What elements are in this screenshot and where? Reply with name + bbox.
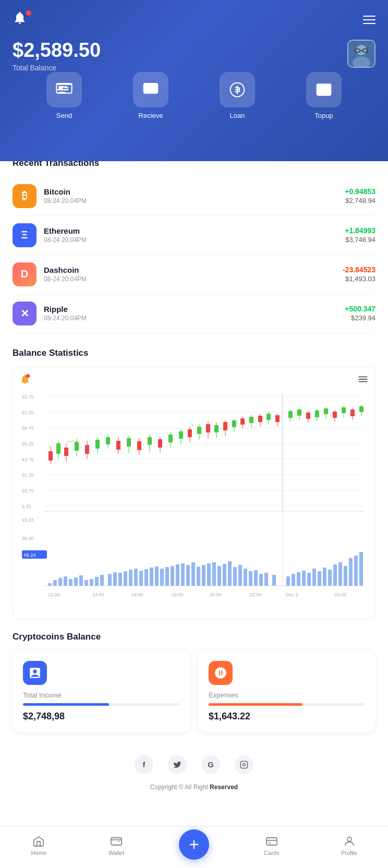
chart-bell-icon[interactable] xyxy=(19,373,31,387)
svg-point-180 xyxy=(347,837,351,841)
bottom-nav: Home Wallet Cards Profile xyxy=(0,826,388,868)
tx-name: Ripple xyxy=(44,305,87,314)
expense-progress-fill xyxy=(209,703,302,706)
svg-rect-34 xyxy=(48,451,53,461)
income-value: $2,748,98 xyxy=(23,711,179,722)
copyright: Copyright © All Right Reserved xyxy=(13,779,375,833)
svg-rect-92 xyxy=(315,411,319,417)
topup-label: Topup xyxy=(314,112,333,119)
svg-rect-112 xyxy=(69,579,72,586)
svg-text:66.24: 66.24 xyxy=(24,552,36,558)
svg-text:68.75: 68.75 xyxy=(22,426,34,431)
menu-icon[interactable] xyxy=(363,16,375,24)
table-row[interactable]: Ξ Ethereum 08-24 20.04PM +1.84993 $3,748… xyxy=(13,216,375,255)
svg-rect-61 xyxy=(179,431,183,439)
table-row[interactable]: ₿ Bitcoin 08-24 20.04PM +0.94853 $2,748.… xyxy=(13,177,375,216)
tx-name: Dashcoin xyxy=(44,266,87,274)
svg-rect-164 xyxy=(354,556,358,586)
topup-icon[interactable] xyxy=(306,72,342,107)
google-icon[interactable]: G xyxy=(201,755,220,774)
svg-rect-149 xyxy=(264,573,268,586)
expense-label: Expenses xyxy=(209,691,365,699)
tx-date: 08-24 20.04PM xyxy=(44,236,87,244)
svg-text:93.75: 93.75 xyxy=(22,394,34,400)
svg-rect-128 xyxy=(155,566,159,586)
header-top xyxy=(13,10,375,29)
send-icon[interactable] xyxy=(46,72,82,107)
svg-rect-126 xyxy=(144,569,148,586)
svg-rect-100 xyxy=(350,409,355,416)
chart-menu-icon[interactable] xyxy=(357,373,369,387)
tx-value: $3,748.94 xyxy=(345,236,375,244)
balance-amount: $2,589.50 xyxy=(13,40,101,62)
receive-icon[interactable] xyxy=(133,72,168,107)
svg-rect-160 xyxy=(333,564,337,586)
table-row[interactable]: ✕ Ripple 08-24 20.04PM +500.347 $239.94 xyxy=(13,294,375,333)
income-icon xyxy=(23,661,47,685)
nav-add-button[interactable] xyxy=(179,829,209,860)
nav-home[interactable]: Home xyxy=(0,827,78,868)
send-label: Send xyxy=(56,112,72,119)
svg-rect-121 xyxy=(118,573,122,586)
svg-text:18:00: 18:00 xyxy=(172,592,184,597)
dashcoin-icon: D xyxy=(13,262,37,286)
notification-bell-icon[interactable] xyxy=(13,10,31,29)
svg-rect-102 xyxy=(359,406,363,412)
svg-text:93.33: 93.33 xyxy=(22,517,34,523)
action-loan[interactable]: Loan xyxy=(220,72,255,119)
svg-rect-145 xyxy=(244,569,247,586)
nav-cards-label: Cards xyxy=(264,850,279,856)
svg-rect-138 xyxy=(207,563,211,586)
svg-rect-116 xyxy=(90,579,93,586)
svg-rect-122 xyxy=(124,571,127,586)
tx-change: +1.84993 xyxy=(345,226,375,235)
svg-rect-36 xyxy=(56,443,60,454)
svg-text:12:00: 12:00 xyxy=(48,592,60,597)
tx-change: +0.94853 xyxy=(345,187,375,196)
action-topup[interactable]: Topup xyxy=(306,72,342,119)
instagram-icon[interactable] xyxy=(235,755,253,774)
loan-icon[interactable] xyxy=(220,72,255,107)
svg-rect-82 xyxy=(266,414,271,420)
svg-rect-139 xyxy=(212,562,216,586)
svg-rect-158 xyxy=(323,568,326,586)
table-row[interactable]: D Dashcoin 08-24 20.04PM -23.84523 $1,49… xyxy=(13,255,375,294)
svg-rect-144 xyxy=(238,565,242,586)
statistics-title: Balance Statistics xyxy=(13,348,375,358)
tx-value: $2,748.94 xyxy=(345,197,375,204)
svg-rect-113 xyxy=(74,577,78,586)
chart-container: 93.75 81.25 68.75 56.25 43.75 31.25 18.7… xyxy=(13,367,375,619)
crypto-balance-title: Cryptocoins Balance xyxy=(13,632,375,642)
svg-rect-111 xyxy=(64,576,67,586)
svg-rect-120 xyxy=(113,572,117,586)
avatar[interactable] xyxy=(347,40,375,68)
tx-date: 08-24 20.04PM xyxy=(44,197,87,204)
nav-cards[interactable]: Cards xyxy=(233,827,310,868)
svg-rect-152 xyxy=(292,574,295,586)
svg-text:43.75: 43.75 xyxy=(22,457,34,462)
svg-rect-98 xyxy=(342,407,346,413)
svg-text:20:00: 20:00 xyxy=(210,592,222,597)
twitter-icon[interactable] xyxy=(168,755,187,774)
svg-text:14:00: 14:00 xyxy=(92,592,104,597)
facebook-icon[interactable]: f xyxy=(135,755,153,774)
balance-label: Total Balance xyxy=(13,64,101,72)
crypto-cards: Total Income $2,748,98 Expenses $1,643.2… xyxy=(13,650,375,732)
nav-profile-label: Profile xyxy=(341,850,357,856)
svg-text:81.25: 81.25 xyxy=(22,410,34,415)
nav-profile[interactable]: Profile xyxy=(310,827,388,868)
svg-rect-109 xyxy=(53,580,57,586)
svg-rect-179 xyxy=(266,838,277,845)
svg-rect-114 xyxy=(79,575,83,586)
tx-name: Ethereum xyxy=(44,226,87,235)
svg-rect-142 xyxy=(228,561,232,586)
svg-rect-140 xyxy=(217,566,221,586)
action-send[interactable]: Send xyxy=(46,72,82,119)
svg-rect-78 xyxy=(249,417,253,423)
nav-wallet[interactable]: Wallet xyxy=(78,827,155,868)
svg-rect-134 xyxy=(186,565,190,586)
action-receive[interactable]: Recieve xyxy=(133,72,168,119)
svg-rect-45 xyxy=(95,440,100,449)
expense-progress-bar xyxy=(209,703,365,706)
svg-rect-57 xyxy=(158,439,162,448)
